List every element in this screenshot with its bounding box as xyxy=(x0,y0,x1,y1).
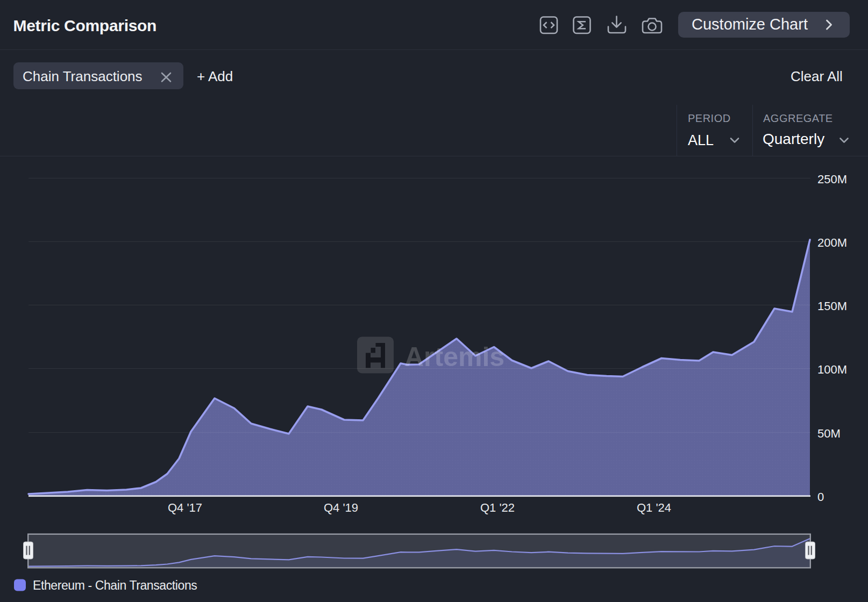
svg-text:0: 0 xyxy=(817,490,824,504)
svg-text:Artemis: Artemis xyxy=(404,342,504,372)
svg-text:100M: 100M xyxy=(817,363,847,376)
svg-text:Q1 '24: Q1 '24 xyxy=(637,501,671,514)
svg-text:Q1 '22: Q1 '22 xyxy=(480,501,515,514)
svg-text:Q4 '17: Q4 '17 xyxy=(168,501,202,514)
svg-text:250M: 250M xyxy=(817,173,847,186)
svg-text:Q4 '19: Q4 '19 xyxy=(324,501,358,514)
svg-text:50M: 50M xyxy=(817,427,841,440)
svg-text:150M: 150M xyxy=(817,299,847,313)
svg-text:Ethereum - Chain Transactions: Ethereum - Chain Transactions xyxy=(33,578,197,592)
svg-text:200M: 200M xyxy=(817,236,847,249)
